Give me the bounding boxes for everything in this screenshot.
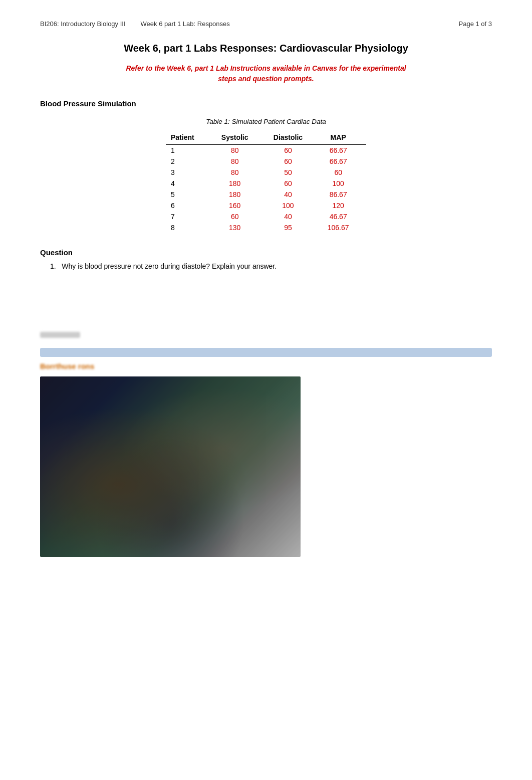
cell-map: 46.67 — [320, 211, 366, 222]
lab-image — [40, 376, 301, 557]
blurred-text-top — [40, 332, 80, 338]
cell-patient: 1 — [166, 145, 214, 156]
cell-diastolic: 50 — [266, 167, 321, 178]
cell-map: 106.67 — [320, 222, 366, 233]
subtitle-line1: Refer to the Week 6, part 1 Lab Instruct… — [126, 64, 406, 72]
page-header: BI206: Introductory Biology III Week 6 p… — [40, 20, 492, 28]
header-left: BI206: Introductory Biology III Week 6 p… — [40, 20, 230, 28]
cell-map: 60 — [320, 167, 366, 178]
question-section: Question 1. Why is blood pressure not ze… — [40, 248, 492, 272]
main-title: Week 6, part 1 Labs Responses: Cardiovas… — [40, 43, 492, 54]
cell-patient: 2 — [166, 156, 214, 167]
table-row: 3805060 — [166, 167, 366, 178]
cell-map: 120 — [320, 200, 366, 211]
cell-patient: 3 — [166, 167, 214, 178]
cell-patient: 8 — [166, 222, 214, 233]
cell-patient: 7 — [166, 211, 214, 222]
cell-systolic: 80 — [214, 156, 266, 167]
subtitle: Refer to the Week 6, part 1 Lab Instruct… — [40, 63, 492, 84]
question-number: 1. — [50, 262, 60, 270]
question-section-title: Question — [40, 248, 492, 257]
table-row: 6160100120 — [166, 200, 366, 211]
cell-systolic: 130 — [214, 222, 266, 233]
section1-title: Blood Pressure Simulation — [40, 99, 492, 108]
cell-diastolic: 40 — [266, 211, 321, 222]
cell-patient: 5 — [166, 189, 214, 200]
cell-systolic: 80 — [214, 145, 266, 156]
cell-systolic: 80 — [214, 167, 266, 178]
cell-systolic: 180 — [214, 178, 266, 189]
cell-diastolic: 95 — [266, 222, 321, 233]
divider-line — [40, 348, 492, 357]
subtitle-line2: steps and question prompts. — [218, 75, 314, 83]
col-patient: Patient — [166, 131, 214, 145]
page-number: Page 1 of 3 — [459, 20, 492, 28]
divider-area: Borrthuse rons — [40, 332, 492, 557]
cell-diastolic: 60 — [266, 145, 321, 156]
cell-diastolic: 60 — [266, 156, 321, 167]
table-row: 1806066.67 — [166, 145, 366, 156]
table-header-row: Patient Systolic Diastolic MAP — [166, 131, 366, 145]
lab-label: Week 6 part 1 Lab: Responses — [141, 20, 230, 28]
col-systolic: Systolic — [214, 131, 266, 145]
cell-map: 86.67 — [320, 189, 366, 200]
cell-systolic: 60 — [214, 211, 266, 222]
cell-systolic: 180 — [214, 189, 266, 200]
cardiac-data-table: Patient Systolic Diastolic MAP 1806066.6… — [166, 131, 366, 233]
col-diastolic: Diastolic — [266, 131, 321, 145]
table-caption: Table 1: Simulated Patient Cardiac Data — [206, 118, 326, 125]
table-row: 418060100 — [166, 178, 366, 189]
cell-map: 66.67 — [320, 156, 366, 167]
table-row: 7604046.67 — [166, 211, 366, 222]
cell-map: 66.67 — [320, 145, 366, 156]
cell-patient: 4 — [166, 178, 214, 189]
table-row: 813095106.67 — [166, 222, 366, 233]
table-row: 2806066.67 — [166, 156, 366, 167]
cell-diastolic: 60 — [266, 178, 321, 189]
table-row: 51804086.67 — [166, 189, 366, 200]
blurred-label: Borrthuse rons — [40, 362, 492, 370]
question-1-content: Why is blood pressure not zero during di… — [62, 262, 277, 270]
cell-map: 100 — [320, 178, 366, 189]
cell-patient: 6 — [166, 200, 214, 211]
cell-systolic: 160 — [214, 200, 266, 211]
course-label: BI206: Introductory Biology III — [40, 20, 126, 28]
question-1-text: 1. Why is blood pressure not zero during… — [50, 261, 492, 272]
cell-diastolic: 40 — [266, 189, 321, 200]
col-map: MAP — [320, 131, 366, 145]
table-container: Table 1: Simulated Patient Cardiac Data … — [40, 118, 492, 233]
cell-diastolic: 100 — [266, 200, 321, 211]
